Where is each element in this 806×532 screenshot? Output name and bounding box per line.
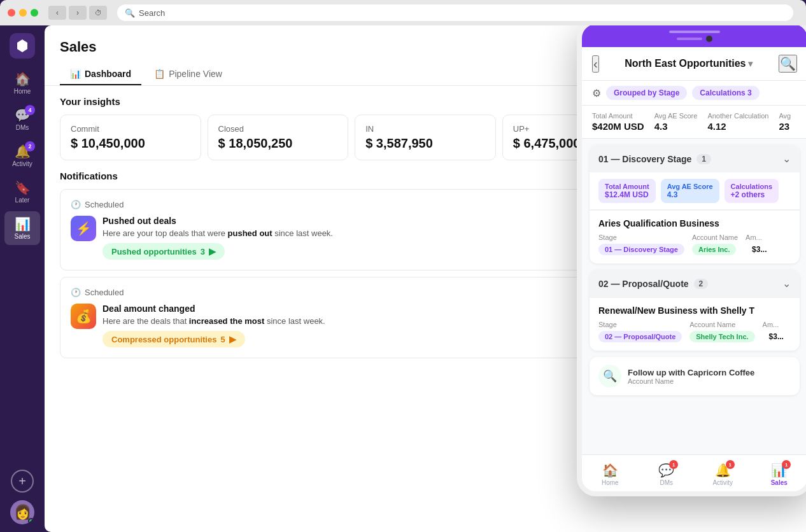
deal-shelly-account-label: Account Name [689,321,754,328]
pushed-opportunities-button[interactable]: Pushed opportunities 3 ▶ [103,243,225,260]
phone-search-button[interactable]: 🔍 [779,55,797,73]
stage-discovery-metrics: Total Amount $12.4M USD Avg AE Score 4.3… [590,172,800,210]
compressed-opportunities-button[interactable]: Compressed opportunities 5 ▶ [103,331,245,347]
phone-header: ‹ North East Opportunities ▾ 🔍 [582,47,806,81]
deal-shelly-amount-label: Am... [763,321,790,328]
clock-icon-2: 🕐 [71,288,81,297]
chip-ae-label: Avg AE Score [667,183,713,190]
close-button[interactable] [8,9,15,17]
stage-proposal-header: 02 — Proposal/Quote 2 ⌄ [590,270,800,297]
phone-summary-row: Total Amount $420M USD Avg AE Score 4.3 … [582,106,806,139]
summary-total-amount-value: $420M USD [592,121,644,132]
metric-chip-total-amount: Total Amount $12.4M USD [598,179,656,203]
stage-discovery-chevron[interactable]: ⌄ [782,153,791,165]
search-icon: 🔍 [125,8,135,18]
deal-aries[interactable]: Aries Qualification Business Stage 01 — … [590,210,800,263]
partial-deal-info: Follow up with Capricorn Coffee Account … [628,368,754,385]
notch-bar [677,38,702,40]
stage-proposal-chevron[interactable]: ⌄ [782,277,791,290]
phone-notch [669,31,720,33]
dms-badge: 4 [25,105,35,115]
pipeline-tab-icon: 📋 [154,69,165,79]
sidebar-item-activity[interactable]: 🔔 Activity 2 [4,139,40,172]
deal-shelly[interactable]: Renewal/New Business with Shelly T Stage… [590,297,800,351]
app-logo[interactable] [10,33,35,59]
online-indicator [28,518,34,524]
deal-shelly-fields: Stage 02 — Proposal/Quote Account Name S… [598,321,791,343]
deal-icon: 💰 [71,304,96,329]
phone-title-row: North East Opportunities ▾ [625,58,753,69]
address-bar[interactable]: 🔍 Search [117,4,793,21]
deal-shelly-account-field: Account Name Shelly Tech Inc. [689,321,754,343]
chip-total-value: $12.4M USD [605,190,649,199]
deal-aries-account-value: Aries Inc. [692,244,737,255]
deal-shelly-amount-field: Am... $3... [763,321,790,343]
zoom-icon: 🔍 [598,365,621,388]
phone-content: 01 — Discovery Stage 1 ⌄ Total Amount $1… [582,139,806,454]
sidebar-add-button[interactable]: + [11,470,34,493]
stage-proposal-count: 2 [694,279,709,289]
phone-sales-label: Sales [771,479,788,486]
partial-deal-capricorn[interactable]: 🔍 Follow up with Capricorn Coffee Accoun… [590,357,800,395]
home-icon: 🏠 [15,71,31,87]
phone-home-label: Home [602,479,619,486]
tab-dashboard[interactable]: 📊 Dashboard [60,64,141,85]
deal-shelly-name: Renewal/New Business with Shelly T [598,305,791,316]
metric-in: IN $ 3,587,950 [355,115,496,160]
browser-chrome: ‹ › ⏱ 🔍 Search [0,0,806,25]
forward-button[interactable]: › [69,6,87,20]
sidebar-avatar[interactable]: 👩 [10,500,34,524]
traffic-lights [8,9,38,17]
chip-ae-value: 4.3 [667,190,713,199]
sidebar-item-sales[interactable]: 📊 Sales [4,211,40,245]
stage-discovery-header: 01 — Discovery Stage 1 ⌄ [590,145,800,172]
phone-overlay: ‹ North East Opportunities ▾ 🔍 ⚙ Grouped… [577,25,806,496]
nav-buttons: ‹ › ⏱ [48,6,107,20]
phone-nav-activity[interactable]: 🔔 1 Activity [695,460,751,489]
sidebar-item-later[interactable]: 🔖 Later [4,175,40,209]
sidebar-item-home[interactable]: 🏠 Home [4,66,40,100]
phone-activity-label: Activity [712,479,733,486]
metric-chip-calculations: Calculations +2 others [725,179,779,203]
deal-aries-amount-field: Am... $3... [746,234,773,256]
compressed-arrow-icon: ▶ [229,334,236,344]
deal-aries-stage-label: Stage [598,234,684,241]
stage-group-proposal: 02 — Proposal/Quote 2 ⌄ Renewal/New Busi… [590,270,800,351]
summary-ae-value: 4.3 [654,121,698,132]
phone-dms-label: DMs [660,479,673,486]
deal-shelly-stage-label: Stage [598,321,682,328]
metric-in-value: $ 3,587,950 [365,136,485,151]
search-text: Search [139,8,165,18]
stage-group-discovery: 01 — Discovery Stage 1 ⌄ Total Amount $1… [590,145,800,263]
phone-nav-sales[interactable]: 📊 1 Sales [751,460,807,489]
phone-sales-badge: 1 [782,460,791,469]
chevron-down-icon[interactable]: ▾ [748,59,753,69]
tab-pipeline-view[interactable]: 📋 Pipeline View [144,64,232,85]
back-button[interactable]: ‹ [48,6,66,20]
chip-total-label: Total Amount [605,183,649,190]
activity-badge: 2 [25,141,35,151]
summary-total-amount: Total Amount $420M USD [592,112,644,132]
summary-ae-score: Avg AE Score 4.3 [654,112,698,132]
history-button[interactable]: ⏱ [89,6,107,20]
phone-nav-home[interactable]: 🏠 Home [582,460,639,489]
metric-in-label: IN [365,124,485,134]
deal-aries-stage-field: Stage 01 — Discovery Stage [598,234,684,256]
deal-aries-account-label: Account Name [692,234,738,241]
phone-nav-dms[interactable]: 💬 1 DMs [639,460,695,489]
sidebar-label-sales: Sales [14,233,30,240]
pushed-icon: ⚡ [71,216,96,241]
dashboard-tab-icon: 📊 [70,69,81,79]
grouped-by-stage-chip[interactable]: Grouped by Stage [606,86,687,100]
phone-activity-badge: 1 [726,460,735,469]
sidebar-item-dms[interactable]: 💬 DMs 4 [4,102,40,136]
filter-icon[interactable]: ⚙ [592,87,601,99]
phone-back-button[interactable]: ‹ [592,55,599,73]
deal-aries-amount-label: Am... [746,234,773,241]
clock-icon: 🕐 [71,200,81,209]
main-content: Sales 🔔 ⚙️ 📊 Dashboard 📋 Pipeline View Y… [45,25,806,532]
calculations-chip[interactable]: Calculations 3 [692,86,759,100]
app-container: 🏠 Home 💬 DMs 4 🔔 Activity 2 🔖 Later 📊 Sa… [0,25,806,532]
minimize-button[interactable] [19,9,27,17]
fullscreen-button[interactable] [31,9,38,17]
